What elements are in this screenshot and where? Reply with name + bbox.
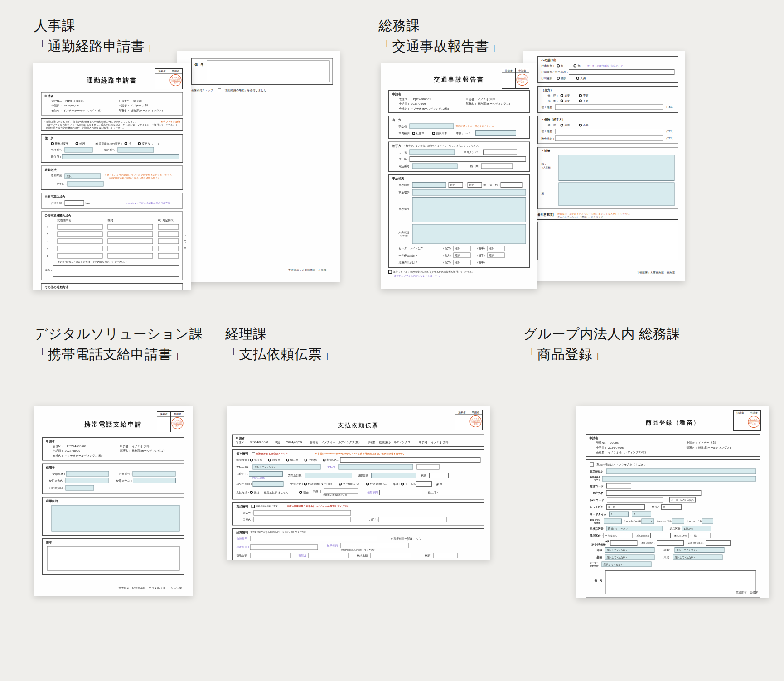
remarks-field[interactable] [207, 61, 330, 82]
template-link[interactable]: 添付するファイルのテンプレートはこちら [394, 275, 530, 278]
usage-select[interactable]: 選択してください [673, 555, 723, 560]
purpose-field[interactable] [52, 505, 180, 532]
radio-delivery-note[interactable] [286, 459, 290, 462]
fare-field[interactable] [158, 239, 179, 244]
image-attach-checkbox[interactable] [218, 89, 222, 92]
fare-field[interactable] [158, 224, 179, 230]
radio-company-car[interactable] [412, 132, 416, 135]
tax-amount-field[interactable] [429, 473, 449, 478]
payer-company-select[interactable]: 選択してください [253, 464, 321, 470]
radio-registry-done[interactable] [125, 142, 128, 145]
case-ball-field[interactable]: 1 [641, 519, 654, 524]
freight-type-field[interactable]: 0.指定なし [604, 533, 633, 538]
police-station-field[interactable] [569, 69, 675, 75]
radio-loaner-not-needed[interactable] [579, 100, 582, 103]
settlement-date-field[interactable] [324, 488, 358, 494]
total-amount-field[interactable] [305, 473, 352, 478]
return-type-field[interactable]: 1.返品可 [682, 526, 711, 531]
settlement-dept-field[interactable] [379, 490, 422, 495]
stopline-own-select[interactable]: 選択 [454, 253, 471, 258]
payment-date-link[interactable]: 規定支払日はこちら [264, 491, 289, 495]
fare-field[interactable] [158, 246, 179, 251]
radio-loaner-needed[interactable] [561, 100, 564, 103]
section-field[interactable] [108, 246, 153, 251]
radio-bank-transfer[interactable] [250, 491, 253, 494]
opp-repair-shop-field[interactable] [555, 129, 664, 134]
opp-tel-field[interactable] [412, 164, 458, 169]
start-date-field[interactable] [66, 485, 94, 491]
account-name-field[interactable] [254, 517, 351, 522]
doc-url-field[interactable] [340, 457, 480, 463]
sub-account-field[interactable] [341, 543, 409, 548]
radio-ringi-yes[interactable] [401, 483, 404, 486]
price-b-field[interactable] [657, 540, 684, 546]
case-bara-field[interactable] [702, 519, 713, 524]
payee-code-field[interactable] [417, 464, 440, 470]
sub-account-label[interactable]: 補助科目： [327, 544, 341, 548]
settlement-dept-label[interactable]: 精算部門 [367, 491, 378, 495]
radio-report-no[interactable] [574, 64, 577, 68]
current-address-field[interactable] [62, 154, 179, 159]
user-kana-field[interactable] [133, 478, 176, 483]
maker-select[interactable]: 選択してください [601, 562, 651, 567]
tax-excluded-field[interactable] [371, 553, 411, 558]
order-dest-field[interactable] [606, 490, 702, 496]
t-number-check-link[interactable]: T番号を確認 [252, 477, 283, 480]
t-number-field[interactable] [249, 471, 283, 477]
radio-repair-not-needed[interactable] [579, 94, 582, 97]
remarks-field[interactable] [47, 546, 180, 571]
radio-moved[interactable] [76, 142, 79, 145]
opp-job-field[interactable] [481, 164, 513, 169]
method-select[interactable]: 選択 [65, 174, 101, 179]
radio-doc-url[interactable] [323, 459, 326, 462]
tax-included-field[interactable] [250, 553, 291, 558]
approver-comment-field[interactable] [537, 222, 678, 260]
repair-shop-field[interactable] [555, 105, 664, 110]
user-name-field[interactable] [66, 478, 109, 483]
set-type-field[interactable]: 0.一般 [606, 504, 645, 510]
ball-bara-field[interactable] [672, 519, 684, 524]
opp-name-field[interactable] [410, 150, 455, 155]
section-field[interactable] [108, 224, 153, 230]
radio-report-yes[interactable] [557, 64, 560, 68]
radio-registry-nochange[interactable] [138, 142, 141, 145]
bundle-type-select[interactable]: 選択してください [606, 526, 663, 531]
tax-type-field[interactable] [309, 553, 349, 558]
radio-workplace-change[interactable] [51, 142, 54, 145]
transfer-to-field[interactable] [254, 510, 351, 516]
radio-personal-injury[interactable] [576, 77, 580, 80]
radio-journal-only[interactable] [366, 483, 369, 486]
radio-opp-repair-needed[interactable] [561, 124, 564, 127]
price-c-field[interactable] [706, 540, 731, 546]
section-field[interactable] [108, 253, 153, 259]
account-title-field[interactable] [250, 544, 318, 550]
leadtime-field-2[interactable]: 2 [632, 512, 651, 517]
order-code-field[interactable] [606, 483, 631, 489]
account-list-link[interactable]: ※勘定科目一覧はこちら [391, 536, 421, 541]
leadtime-field-1[interactable]: 1 [609, 512, 629, 517]
accident-place-field[interactable] [412, 189, 526, 196]
radio-cash[interactable] [299, 491, 302, 494]
tel-field[interactable] [118, 147, 154, 153]
distance-field[interactable] [65, 200, 84, 206]
section-field[interactable] [108, 232, 153, 237]
opp-vehicle-number-field[interactable] [483, 150, 517, 155]
user-dept-field[interactable] [66, 471, 109, 477]
radio-invoice[interactable] [250, 459, 253, 462]
burden-dept-label[interactable]: 負担部門 [237, 536, 247, 541]
injury-field[interactable] [412, 224, 526, 244]
account-title-label[interactable]: 勘定科目： [237, 545, 250, 549]
radio-repair-needed[interactable] [561, 94, 564, 97]
payee-field[interactable] [339, 464, 413, 470]
google-map-link[interactable]: googleマップによる通勤経路の作成方法 [126, 202, 170, 205]
priority-field[interactable]: 1.1位 [688, 533, 711, 538]
insurance-company-field[interactable] [555, 136, 664, 141]
category-select[interactable]: 選択してください [605, 547, 655, 553]
radio-receipt[interactable] [268, 459, 271, 462]
section-field[interactable] [108, 239, 153, 244]
weather-field[interactable] [501, 182, 523, 188]
occurrence-month-field[interactable] [439, 490, 460, 495]
tax-field[interactable] [433, 553, 458, 558]
zip-field[interactable] [65, 147, 93, 153]
unit-field[interactable]: 個 [661, 504, 682, 510]
